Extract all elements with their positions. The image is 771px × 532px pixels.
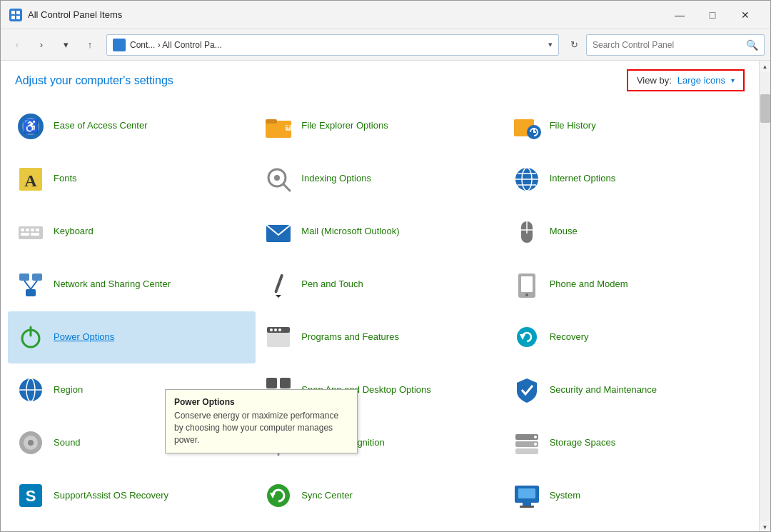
- svg-rect-77: [523, 503, 531, 506]
- svg-rect-57: [266, 378, 277, 388]
- keyboard-icon: [16, 218, 45, 246]
- view-by-label: View by:: [637, 75, 672, 86]
- grid-item-programs-features[interactable]: Programs and Features: [256, 311, 503, 364]
- view-by-value[interactable]: Large icons: [677, 75, 725, 86]
- sound-label: Sound: [54, 437, 81, 449]
- scrollbar[interactable]: ▲ ▼: [759, 61, 770, 532]
- grid-item-file-explorer[interactable]: File Explorer Options: [256, 100, 503, 153]
- grid-item-supportassist[interactable]: SSupportAssist OS Recovery: [8, 469, 256, 522]
- grid-item-region[interactable]: Region: [8, 363, 256, 416]
- dropdown-recent-button[interactable]: ▾: [55, 34, 76, 56]
- security-icon: [513, 376, 541, 404]
- view-by-control[interactable]: View by: Large icons ▾: [627, 69, 745, 91]
- svg-point-17: [274, 175, 280, 181]
- grid-item-storage[interactable]: Storage Spaces: [504, 416, 752, 469]
- grid-item-network[interactable]: Network and Sharing Center: [8, 259, 256, 311]
- search-input[interactable]: [593, 40, 742, 50]
- main-panel: Adjust your computer's settings View by:…: [1, 61, 759, 532]
- svg-point-51: [278, 328, 281, 331]
- region-label: Region: [54, 384, 83, 396]
- items-grid: ♿Ease of Access CenterFile Explorer Opti…: [1, 97, 759, 529]
- keyboard-label: Keyboard: [54, 226, 94, 238]
- address-icon: [113, 39, 126, 51]
- minimize-button[interactable]: —: [663, 1, 696, 29]
- adjust-settings-text: Adjust your computer's settings: [15, 74, 173, 87]
- grid-item-phone-modem[interactable]: Phone and Modem: [504, 259, 752, 311]
- svg-rect-64: [274, 432, 283, 446]
- mouse-label: Mouse: [550, 226, 578, 238]
- grid-item-pen-touch[interactable]: Pen and Touch: [256, 259, 503, 311]
- view-by-arrow[interactable]: ▾: [731, 76, 735, 84]
- grid-item-security[interactable]: Security and Maintenance: [504, 363, 752, 416]
- security-label: Security and Maintenance: [550, 384, 657, 396]
- grid-item-sync[interactable]: Sync Center: [256, 469, 503, 522]
- speech-icon: [264, 428, 293, 457]
- phone-modem-label: Phone and Modem: [550, 278, 628, 291]
- close-button[interactable]: ✕: [729, 1, 762, 29]
- network-icon: [16, 271, 45, 299]
- ease-of-access-label: Ease of Access Center: [54, 120, 148, 132]
- grid-item-indexing[interactable]: Indexing Options: [256, 153, 503, 206]
- scroll-track[interactable]: [760, 72, 771, 521]
- file-history-icon: [513, 112, 541, 141]
- grid-item-speech[interactable]: Speech Recognition: [256, 416, 503, 469]
- power-label: Power Options: [54, 331, 114, 343]
- window-controls: — □ ✕: [663, 1, 762, 29]
- grid-item-internet-options[interactable]: Internet Options: [504, 153, 752, 206]
- snap-app-label: Snap App and Desktop Options: [301, 384, 430, 396]
- sync-icon: [264, 481, 293, 510]
- svg-rect-26: [26, 229, 29, 231]
- forward-button[interactable]: ›: [31, 34, 52, 56]
- svg-text:S: S: [26, 487, 36, 505]
- search-bar[interactable]: 🔍: [586, 34, 765, 56]
- svg-rect-59: [266, 391, 277, 402]
- grid-item-file-history[interactable]: File History: [504, 100, 752, 153]
- svg-point-52: [517, 327, 537, 347]
- svg-line-38: [24, 281, 31, 289]
- scroll-up-arrow[interactable]: ▲: [760, 61, 771, 72]
- recovery-icon: [513, 323, 541, 351]
- system-label: System: [550, 490, 580, 502]
- scroll-thumb[interactable]: [760, 94, 770, 123]
- storage-label: Storage Spaces: [550, 437, 616, 449]
- grid-item-recovery[interactable]: Recovery: [504, 311, 752, 364]
- grid-item-keyboard[interactable]: Keyboard: [8, 206, 256, 259]
- content-area: Adjust your computer's settings View by:…: [1, 61, 770, 532]
- back-button[interactable]: ‹: [6, 34, 28, 56]
- grid-item-sound[interactable]: Sound: [8, 416, 256, 469]
- grid-item-power[interactable]: Power Options: [8, 311, 256, 364]
- system-icon: [513, 481, 541, 510]
- svg-rect-76: [518, 488, 535, 498]
- grid-item-ease-of-access[interactable]: ♿Ease of Access Center: [8, 100, 256, 153]
- svg-rect-40: [274, 273, 283, 293]
- svg-rect-58: [280, 378, 291, 388]
- grid-item-snap-app[interactable]: Snap App and Desktop Options: [256, 363, 503, 416]
- recovery-label: Recovery: [550, 331, 589, 343]
- refresh-button[interactable]: ↻: [565, 36, 583, 54]
- svg-rect-1: [16, 11, 20, 14]
- grid-item-system[interactable]: System: [504, 469, 752, 522]
- file-history-label: File History: [550, 120, 596, 132]
- maximize-button[interactable]: □: [696, 1, 729, 29]
- speech-label: Speech Recognition: [301, 437, 384, 449]
- svg-rect-35: [19, 273, 29, 281]
- up-button[interactable]: ↑: [79, 34, 101, 56]
- fonts-label: Fonts: [54, 173, 77, 185]
- grid-item-fonts[interactable]: AFonts: [8, 153, 256, 206]
- svg-rect-37: [26, 289, 36, 296]
- grid-item-mouse[interactable]: Mouse: [504, 206, 752, 259]
- internet-options-label: Internet Options: [550, 173, 616, 185]
- pen-touch-icon: [264, 271, 293, 299]
- scroll-down-arrow[interactable]: ▼: [760, 521, 771, 532]
- mail-label: Mail (Microsoft Outlook): [301, 226, 399, 238]
- svg-point-44: [525, 293, 528, 296]
- address-bar[interactable]: Cont... › All Control Pa... ▾: [106, 34, 559, 56]
- grid-item-mail[interactable]: Mail (Microsoft Outlook): [256, 206, 503, 259]
- indexing-icon: [264, 165, 293, 194]
- power-icon: [16, 323, 45, 351]
- svg-rect-36: [32, 273, 42, 281]
- svg-text:A: A: [24, 171, 37, 190]
- svg-point-49: [270, 328, 273, 331]
- network-label: Network and Sharing Center: [54, 278, 171, 291]
- address-dropdown-arrow[interactable]: ▾: [548, 40, 553, 49]
